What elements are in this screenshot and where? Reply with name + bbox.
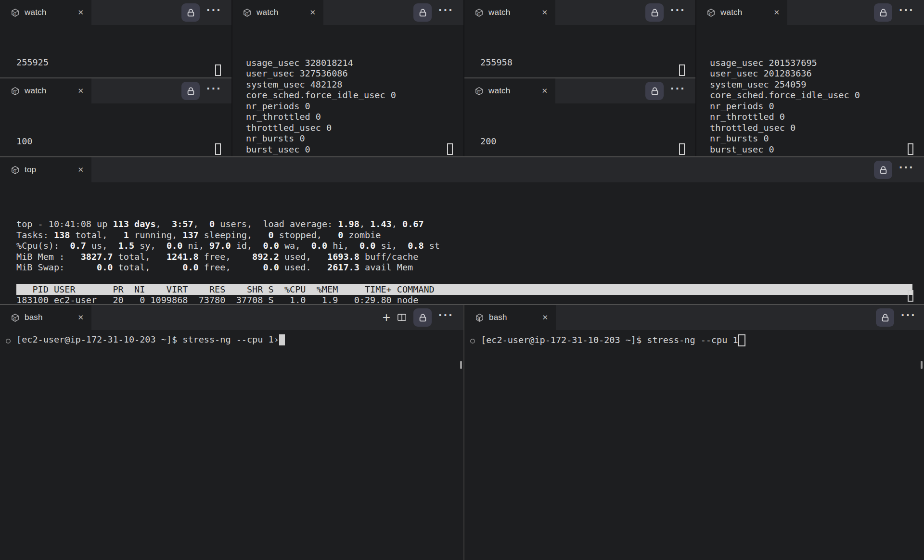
tab-label: watch: [488, 8, 510, 17]
more-actions-button[interactable]: ···: [899, 165, 914, 175]
close-icon[interactable]: ✕: [77, 8, 84, 17]
typed-command: stress-ng --cpu 1: [647, 335, 738, 346]
new-terminal-button[interactable]: +: [383, 313, 390, 322]
terminal-output[interactable]: usage_usec 201537695user_usec 201283636s…: [696, 25, 924, 156]
top-summary-line: top - 10:41:08 up 113 days, 3:57, 0 user…: [16, 219, 912, 230]
horizontal-sash[interactable]: [464, 77, 695, 78]
tab-watch-3[interactable]: watch ✕: [464, 0, 555, 25]
process-table-body: 183100 ec2-user 20 0 1099868 73780 37708…: [16, 295, 912, 305]
close-icon[interactable]: ✕: [541, 8, 548, 17]
close-icon[interactable]: ✕: [542, 313, 548, 322]
terminal-cursor-outline: [679, 143, 685, 155]
process-table-header: PID USER PR NI VIRT RES SHR S %CPU %MEM …: [16, 284, 912, 295]
tab-label: bash: [489, 313, 507, 322]
close-icon[interactable]: ✕: [773, 8, 780, 17]
more-actions-button[interactable]: ···: [438, 313, 454, 322]
lock-button[interactable]: [874, 161, 892, 179]
more-actions-button[interactable]: ···: [206, 86, 222, 96]
tab-bar: watch ✕ ···: [464, 0, 695, 25]
terminal-grid-screen: watch ✕ ··· 255925 watch ✕ ···: [0, 0, 924, 560]
shell-prompt: [ec2-user@ip-172-31-10-203 ~]$: [16, 334, 182, 345]
tab-bar: watch ✕ ···: [0, 0, 231, 25]
command-decoration-icon[interactable]: [5, 337, 11, 346]
tab-watch-6[interactable]: watch ✕: [464, 78, 555, 103]
terminal-cursor-outline: [215, 143, 221, 155]
scrollbar-thumb[interactable]: [921, 361, 923, 369]
terminal-input-area[interactable]: [ec2-user@ip-172-31-10-203 ~]$ stress-ng…: [0, 330, 463, 560]
close-icon[interactable]: ✕: [77, 165, 84, 174]
scrollbar-thumb[interactable]: [460, 361, 462, 369]
process-table-row: 183100 ec2-user 20 0 1099868 73780 37708…: [16, 295, 912, 305]
close-icon[interactable]: ✕: [541, 87, 548, 95]
top-summary-line: Tasks: 138 total, 1 running, 137 sleepin…: [16, 230, 912, 241]
vertical-sash[interactable]: [231, 0, 232, 156]
lock-button[interactable]: [413, 3, 432, 22]
lock-button[interactable]: [645, 3, 664, 22]
terminal-icon: [11, 87, 20, 96]
terminal-cursor-outline: [215, 64, 221, 76]
split-terminal-button[interactable]: [397, 313, 407, 322]
vertical-sash[interactable]: [463, 0, 464, 156]
prompt-line: [ec2-user@ip-172-31-10-203 ~]$ stress-ng…: [481, 334, 745, 346]
tab-top[interactable]: top ✕: [0, 157, 91, 182]
horizontal-sash[interactable]: [0, 77, 231, 78]
terminal-output[interactable]: 200: [464, 103, 695, 156]
more-actions-button[interactable]: ···: [901, 313, 916, 322]
panel-watch-4: watch ✕ ··· usage_usec 201537695user_use…: [696, 0, 924, 156]
panel-top: top ✕ ··· top - 10:41:08 up 113 days, 3:…: [0, 157, 924, 304]
cgroup-stats: usage_usec 328018214user_usec 327536086s…: [246, 58, 396, 155]
close-icon[interactable]: ✕: [77, 313, 84, 322]
terminal-line: core_sched.force_idle_usec 0: [710, 90, 860, 101]
terminal-cursor-outline: [908, 290, 913, 302]
tab-watch-1[interactable]: watch ✕: [0, 0, 91, 25]
command-decoration-icon[interactable]: [470, 337, 475, 346]
panel-bash-left: bash ✕ + ··· [ec2-user@ip-172-31-10-203 …: [0, 305, 463, 560]
lock-button[interactable]: [413, 308, 432, 327]
typed-command: stress-ng --cpu 1: [182, 334, 273, 345]
more-actions-button[interactable]: ···: [206, 8, 222, 17]
tab-watch-5[interactable]: watch ✕: [0, 78, 91, 103]
terminal-line: nr_periods 0: [246, 101, 396, 112]
terminal-icon: [475, 8, 484, 17]
terminal-output[interactable]: 100: [0, 103, 231, 156]
lock-button[interactable]: [876, 308, 894, 327]
terminal-icon: [475, 313, 484, 322]
terminal-output[interactable]: usage_usec 328018214user_usec 327536086s…: [232, 25, 463, 156]
cgroup-stats: usage_usec 201537695user_usec 201283636s…: [710, 58, 860, 155]
close-icon[interactable]: ✕: [309, 8, 316, 17]
tab-label: watch: [25, 8, 46, 17]
panel-watch-6: watch ✕ ··· 200: [464, 78, 695, 156]
panel-watch-1: watch ✕ ··· 255925: [0, 0, 231, 77]
tab-watch-4[interactable]: watch ✕: [696, 0, 787, 25]
tab-bash-left[interactable]: bash ✕: [0, 305, 91, 330]
more-actions-button[interactable]: ···: [670, 86, 686, 96]
watch-value: 200: [480, 136, 496, 147]
tab-bar: bash ✕ ···: [464, 305, 924, 330]
panel-watch-3: watch ✕ ··· 255958: [464, 0, 695, 77]
lock-button[interactable]: [181, 82, 200, 100]
terminal-output[interactable]: 255958: [464, 25, 695, 77]
panel-watch-2: watch ✕ ··· usage_usec 328018214user_use…: [232, 0, 463, 156]
terminal-input-area[interactable]: [ec2-user@ip-172-31-10-203 ~]$ stress-ng…: [464, 330, 924, 560]
terminal-line: burst_usec 0: [246, 144, 396, 155]
tab-bar: watch ✕ ···: [0, 78, 231, 103]
lock-button[interactable]: [874, 3, 892, 22]
terminal-line: core_sched.force_idle_usec 0: [246, 90, 396, 101]
lock-button[interactable]: [181, 3, 200, 22]
lock-button[interactable]: [645, 82, 664, 100]
top-summary-line: %Cpu(s): 0.7 us, 1.5 sy, 0.0 ni, 97.0 id…: [16, 241, 912, 252]
vertical-sash[interactable]: [695, 0, 696, 156]
terminal-icon: [475, 87, 484, 96]
terminal-output[interactable]: 255925: [0, 25, 231, 77]
terminal-output[interactable]: top - 10:41:08 up 113 days, 3:57, 0 user…: [0, 182, 924, 304]
tab-bash-right[interactable]: bash ✕: [464, 305, 556, 330]
more-actions-button[interactable]: ···: [670, 8, 686, 17]
tab-watch-2[interactable]: watch ✕: [232, 0, 323, 25]
close-icon[interactable]: ✕: [77, 87, 84, 95]
terminal-line: usage_usec 328018214: [246, 58, 396, 69]
terminal-cursor-outline: [908, 143, 913, 155]
more-actions-button[interactable]: ···: [438, 8, 454, 17]
panel-watch-5: watch ✕ ··· 100: [0, 78, 231, 156]
more-actions-button[interactable]: ···: [899, 8, 914, 17]
terminal-cursor-block: [279, 334, 285, 345]
